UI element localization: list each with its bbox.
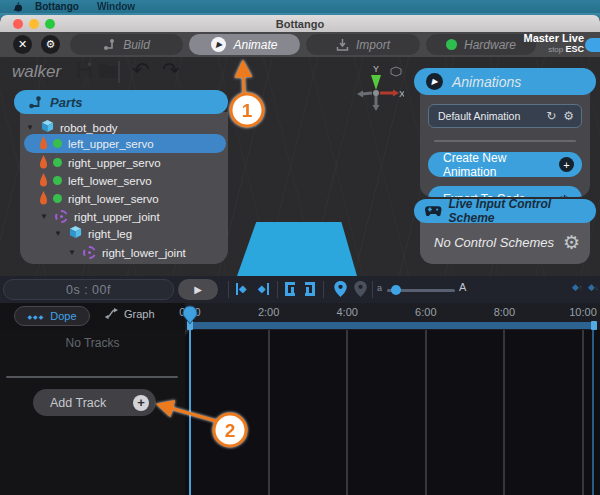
playhead-line[interactable] [189,330,191,495]
caret-down-icon[interactable]: ▼ [54,229,63,238]
save-icon[interactable] [76,62,93,79]
live-input-panel-title: Live Input Control Scheme [449,197,597,225]
animations-panel-header[interactable]: ▶ Animations [414,68,596,95]
parts-tree-item-label: right_lower_servo [68,193,159,205]
live-input-panel-header[interactable]: Live Input Control Scheme [414,199,596,223]
parts-tree-item-label: right_lower_joint [102,247,186,259]
redo-icon[interactable]: ↷ [162,60,180,80]
loop-icon[interactable]: ↻ [546,109,556,123]
next-keyframe-button[interactable]: ◆ [258,283,269,295]
prev-keyframe-button[interactable]: ◆ [236,283,247,295]
export-to-code-button[interactable]: Export To Code </> [428,186,582,197]
settings-gear-icon[interactable]: ⚙ [41,35,60,54]
tab-dope[interactable]: ◆◆◆ Dope [14,306,90,326]
live-input-panel-body: No Control Schemes ⚙ [420,221,590,264]
window-title-bar[interactable]: Bottango [0,15,600,32]
undo-icon[interactable]: ↶ [132,60,150,80]
parts-tree-item-left_upper_servo[interactable]: left_upper_servo [24,134,226,153]
tracks-left-panel: No Tracks Add Track + [0,330,185,495]
playhead[interactable] [177,304,203,330]
dope-label: Dope [50,310,76,322]
plus-icon: + [133,395,149,411]
parts-tree-item-right_lower_joint[interactable]: ▼right_lower_joint [68,243,186,262]
joint-icon [55,210,68,223]
tab-build[interactable]: Build [70,34,183,55]
ruler-label: 2:00 [258,306,279,318]
master-live-toggle[interactable] [585,38,600,52]
parts-tree-item-right_lower_servo[interactable]: right_lower_servo [40,189,159,208]
default-animation-item[interactable]: Default Animation ↻ ⚙ [428,104,582,128]
menu-window[interactable]: Window [97,1,135,12]
add-marker-pin-icon[interactable] [334,281,347,297]
loop-start-icon[interactable] [285,282,295,296]
caret-down-icon[interactable]: ▼ [68,248,77,257]
dope-sheet-grid[interactable] [185,330,600,495]
transport-bar: 0s : 00f ▶ ◆ ◆ [0,276,600,303]
tab-import[interactable]: Import [306,34,420,55]
cube-icon [69,226,82,241]
tab-build-label: Build [123,38,150,52]
control-scheme-gear-icon[interactable]: ⚙ [563,231,580,254]
axis-gizmo-icon[interactable]: Y X [352,62,404,114]
keyframe-up-icon[interactable]: ◆↑ [572,282,582,292]
loop-end-icon[interactable] [305,282,315,296]
parts-tree-item-left_lower_servo[interactable]: left_lower_servo [40,171,152,190]
parts-tree-item-label: left_lower_servo [68,175,152,187]
no-tracks-label: No Tracks [0,336,185,350]
timeline-range-bar[interactable] [187,322,597,329]
keyframe-down-icon[interactable]: ◆↓ [588,282,598,292]
add-track-label: Add Track [50,396,133,410]
plus-icon: + [559,157,574,172]
status-dot-icon [53,139,62,148]
animation-name: Default Animation [438,110,546,122]
nodes-icon [103,38,116,51]
play-button[interactable]: ▶ [178,279,218,300]
parts-tree-item-label: right_upper_servo [68,157,161,169]
caret-down-icon[interactable]: ▼ [26,123,35,132]
animations-panel-body: Default Animation ↻ ⚙ Create New Animati… [420,90,590,197]
main-toolbar: ✕ ⚙ Build ▶ Animate Import Hardware Mas [0,32,600,57]
parts-panel-title: Parts [50,95,83,110]
grid-line [582,330,584,495]
animation-settings-gear-icon[interactable]: ⚙ [563,109,574,123]
parts-panel-header[interactable]: Parts [14,90,228,114]
servo-icon [40,173,47,189]
grid-line [346,330,348,495]
play-icon: ▶ [211,37,226,52]
tab-hardware[interactable]: Hardware [426,34,536,55]
parts-tree-item-right_leg[interactable]: ▼right_leg [54,224,132,243]
caret-down-icon[interactable]: ▼ [40,212,49,221]
no-control-schemes-label: No Control Schemes [434,235,563,250]
zoom-slider-knob[interactable] [391,285,401,295]
parts-tree-item-right_upper_servo[interactable]: right_upper_servo [40,153,161,172]
tab-hardware-label: Hardware [464,38,516,52]
parts-tree: ▼robot_bodyleft_upper_servoright_upper_s… [20,112,228,264]
tab-animate-label: Animate [233,38,277,52]
timeline-ruler[interactable]: 0:002:004:006:008:0010:00 [185,303,600,330]
macos-menu-bar: Bottango Window [0,0,600,13]
divider [434,140,576,142]
hardware-status-icon [446,39,457,50]
open-folder-icon[interactable] [99,64,118,78]
zoom-small-label: a [377,283,382,293]
robot-body-mesh[interactable] [237,222,357,276]
apple-icon[interactable] [14,2,23,12]
divider [228,281,229,298]
timeline-tabs-row: ◆◆◆ Dope Graph [0,303,185,330]
create-new-animation-button[interactable]: Create New Animation + [428,152,582,177]
divider [118,61,120,83]
joint-icon [83,246,96,259]
remove-marker-pin-icon[interactable] [354,281,367,297]
divider [6,376,178,378]
add-track-button[interactable]: Add Track + [33,389,156,416]
divider [323,281,324,298]
tab-graph[interactable]: Graph [104,307,155,320]
timecode-field[interactable]: 0s : 00f [3,279,174,300]
play-icon: ▶ [426,73,443,90]
status-dot-icon [53,158,62,167]
menu-bottango[interactable]: Bottango [35,1,79,12]
range-end-handle[interactable] [591,321,597,330]
close-icon[interactable]: ✕ [13,35,32,54]
tab-animate[interactable]: ▶ Animate [189,34,300,55]
parts-tree-item-label: right_upper_joint [74,211,160,223]
